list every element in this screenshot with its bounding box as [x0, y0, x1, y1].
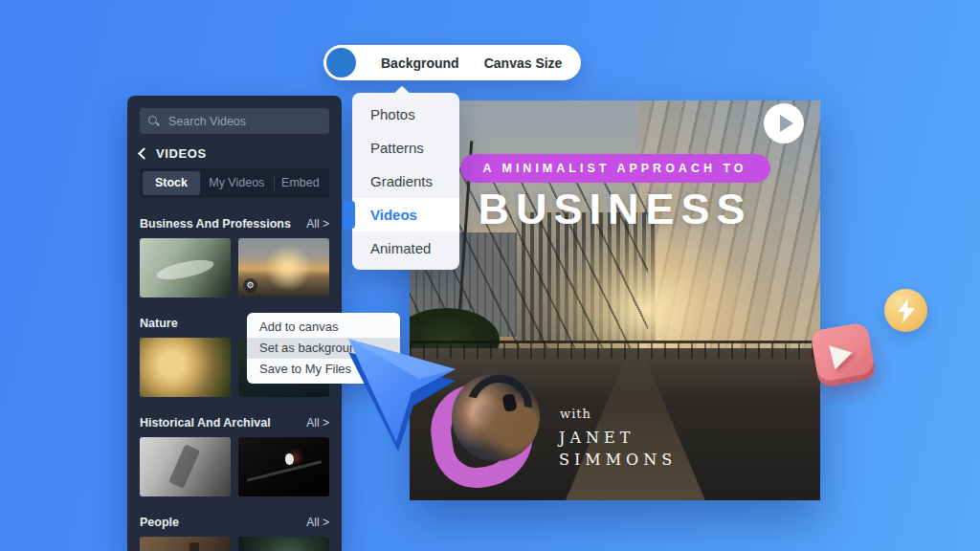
- search-box[interactable]: [140, 108, 329, 134]
- video-thumb-crowd[interactable]: [140, 537, 231, 551]
- menu-item-videos[interactable]: Videos: [352, 198, 459, 231]
- canvas-size-tab[interactable]: Canvas Size: [484, 55, 563, 71]
- video-thumb-bridge[interactable]: ⚙: [238, 238, 329, 298]
- background-toolbar: Background Canvas Size: [323, 45, 581, 80]
- gear-icon[interactable]: ⚙: [243, 278, 257, 293]
- background-tab[interactable]: Background: [381, 55, 459, 71]
- section-title: Historical And Archival: [140, 416, 271, 430]
- section-header-business: Business And Professions All >: [140, 217, 329, 231]
- tab-stock[interactable]: Stock: [143, 171, 200, 195]
- canvas-railing: [410, 341, 820, 343]
- canvas-banner-text[interactable]: A MINIMALIST APPROACH TO: [459, 154, 769, 183]
- thumb-row-business: ⚙: [140, 238, 329, 298]
- tab-embed[interactable]: Embed: [275, 171, 326, 195]
- video-thumb-astronaut[interactable]: [238, 437, 329, 496]
- cursor-arrow-3d: [341, 329, 465, 453]
- thumb-row-people: [140, 537, 329, 551]
- search-icon: [148, 116, 159, 126]
- section-title: Nature: [140, 317, 178, 330]
- menu-item-gradients[interactable]: Gradients: [352, 165, 459, 198]
- menu-item-patterns[interactable]: Patterns: [352, 131, 459, 165]
- section-all-link[interactable]: All >: [306, 516, 329, 529]
- video-thumb-violin[interactable]: [140, 437, 231, 496]
- thumb-row-historical: [140, 437, 329, 496]
- section-all-link[interactable]: All >: [306, 217, 329, 231]
- back-nav-label: VIDEOS: [156, 146, 207, 161]
- tab-my-videos[interactable]: My Videos: [200, 171, 274, 195]
- section-header-historical: Historical And Archival All >: [140, 416, 329, 430]
- canvas-name-line1: JANET: [559, 429, 635, 447]
- canvas-with-label: with: [560, 407, 591, 421]
- color-swatch-icon[interactable]: [326, 48, 356, 77]
- search-input[interactable]: [167, 114, 321, 129]
- lightning-icon: [884, 289, 927, 332]
- chevron-left-icon: [138, 147, 150, 160]
- back-nav-videos[interactable]: VIDEOS: [140, 146, 329, 161]
- canvas-name-line2: SIMMONS: [559, 451, 677, 469]
- canvas-title-text[interactable]: BUSINESS: [410, 185, 820, 234]
- menu-item-photos[interactable]: Photos: [352, 98, 459, 131]
- menu-item-animated[interactable]: Animated: [352, 231, 459, 265]
- section-all-link[interactable]: All >: [306, 416, 329, 430]
- section-header-people: People All >: [140, 516, 329, 529]
- menu-item-label: Videos: [370, 207, 417, 223]
- section-title: People: [140, 516, 179, 529]
- video-thumb-forest-sun[interactable]: [140, 338, 231, 397]
- active-item-indicator: [344, 201, 355, 229]
- play-tile-icon: [810, 321, 877, 388]
- source-tabs: Stock My Videos Embed: [140, 168, 329, 198]
- video-thumb-galaxy[interactable]: [238, 537, 329, 551]
- app-background: A MINIMALIST APPROACH TO BUSINESS with J…: [0, 0, 980, 551]
- play-button[interactable]: [764, 103, 804, 143]
- section-title: Business And Professions: [140, 217, 291, 231]
- video-thumb-handshake[interactable]: [140, 238, 231, 298]
- design-canvas[interactable]: A MINIMALIST APPROACH TO BUSINESS with J…: [410, 100, 820, 500]
- background-type-menu: Photos Patterns Gradients Videos Animate…: [352, 93, 459, 270]
